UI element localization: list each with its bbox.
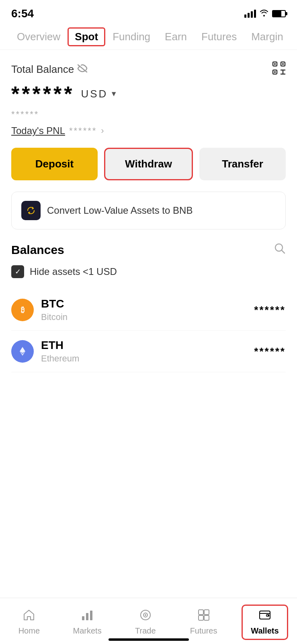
tab-overview[interactable]: Overview — [10, 27, 68, 46]
pnl-value: ****** — [69, 126, 97, 136]
svg-rect-25 — [199, 615, 203, 620]
convert-text: Convert Low-Value Assets to BNB — [47, 205, 193, 216]
tab-funding[interactable]: Funding — [105, 27, 158, 46]
svg-rect-24 — [204, 610, 209, 615]
svg-line-11 — [282, 250, 285, 253]
nav-wallets[interactable]: Wallets — [242, 605, 288, 640]
wifi-icon — [259, 9, 269, 19]
withdraw-button[interactable]: Withdraw — [104, 148, 193, 180]
svg-rect-3 — [274, 63, 276, 65]
hide-assets-checkbox[interactable]: ✓ — [11, 265, 24, 278]
balances-section: Balances ✓ Hide assets <1 USD — [11, 242, 286, 372]
bottom-navigation: Home Markets Trade — [0, 598, 297, 644]
balances-search-icon[interactable] — [274, 242, 286, 257]
trade-icon — [139, 609, 152, 624]
pnl-row: Today's PNL ****** › — [11, 125, 286, 136]
btc-info: BTC Bitcoin — [41, 297, 68, 322]
transfer-button[interactable]: Transfer — [199, 148, 286, 180]
btc-icon: ₿ — [11, 299, 34, 321]
nav-markets[interactable]: Markets — [67, 609, 107, 636]
status-icons — [244, 9, 286, 19]
svg-rect-9 — [25, 204, 37, 217]
signal-icon — [244, 10, 256, 18]
tab-spot[interactable]: Spot — [68, 27, 105, 46]
eth-name: Ethereum — [41, 353, 79, 364]
btc-balance: ****** — [254, 304, 286, 316]
eth-icon — [11, 340, 34, 363]
svg-rect-26 — [204, 615, 209, 620]
balance-amount: ****** USD ▼ — [11, 82, 286, 106]
asset-left-btc: ₿ BTC Bitcoin — [11, 297, 68, 322]
svg-rect-23 — [199, 610, 203, 615]
svg-rect-5 — [274, 71, 276, 73]
svg-rect-19 — [90, 611, 92, 620]
svg-rect-17 — [82, 616, 84, 620]
tab-futures[interactable]: Futures — [194, 27, 244, 46]
battery-icon — [272, 10, 286, 17]
balance-label-row: Total Balance — [11, 61, 286, 78]
balances-header: Balances — [11, 242, 286, 257]
hide-assets-label: Hide assets <1 USD — [30, 266, 117, 277]
balance-section: Total Balance — [11, 61, 286, 136]
home-indicator — [109, 638, 189, 641]
status-time: 6:54 — [11, 7, 34, 20]
nav-wallets-label: Wallets — [251, 626, 279, 636]
futures-icon — [198, 609, 210, 624]
nav-home-label: Home — [18, 626, 40, 636]
deposit-button[interactable]: Deposit — [11, 148, 98, 180]
checkmark-icon: ✓ — [15, 267, 21, 276]
nav-trade-label: Trade — [135, 626, 156, 636]
table-row[interactable]: ₿ BTC Bitcoin ****** — [11, 289, 286, 331]
svg-point-22 — [145, 614, 146, 616]
svg-rect-18 — [86, 613, 88, 620]
action-buttons: Deposit Withdraw Transfer — [11, 148, 286, 180]
main-content: Total Balance — [0, 50, 297, 372]
home-icon — [23, 609, 35, 624]
currency-selector[interactable]: USD ▼ — [81, 88, 119, 100]
balance-fiat: ****** — [11, 109, 286, 120]
nav-futures[interactable]: Futures — [184, 609, 224, 636]
tab-navigation: Overview Spot Funding Earn Futures Margi… — [0, 24, 297, 50]
chevron-down-icon: ▼ — [110, 90, 119, 98]
btc-symbol: BTC — [41, 297, 68, 310]
status-bar: 6:54 — [0, 0, 297, 24]
svg-rect-4 — [282, 63, 284, 65]
pnl-arrow-icon: › — [101, 126, 104, 136]
pnl-label[interactable]: Today's PNL — [11, 125, 65, 136]
convert-icon — [21, 201, 41, 220]
balance-label: Total Balance — [11, 63, 88, 76]
eth-symbol: ETH — [41, 339, 79, 352]
svg-text:₿: ₿ — [21, 306, 25, 314]
eth-info: ETH Ethereum — [41, 339, 79, 364]
balances-title: Balances — [11, 243, 64, 257]
tab-earn[interactable]: Earn — [158, 27, 194, 46]
nav-markets-label: Markets — [73, 626, 102, 636]
asset-list: ₿ BTC Bitcoin ****** — [11, 289, 286, 372]
markets-icon — [81, 609, 93, 624]
wallets-icon — [259, 609, 271, 624]
nav-futures-label: Futures — [190, 626, 217, 636]
svg-point-29 — [266, 615, 268, 616]
btc-name: Bitcoin — [41, 312, 68, 322]
tab-margin[interactable]: Margin — [244, 27, 290, 46]
hide-balance-icon[interactable] — [77, 64, 88, 75]
eth-balance: ****** — [254, 345, 286, 358]
convert-banner[interactable]: Convert Low-Value Assets to BNB — [11, 192, 286, 229]
asset-left-eth: ETH Ethereum — [11, 339, 79, 364]
scan-icon[interactable] — [272, 61, 286, 78]
hide-assets-row: ✓ Hide assets <1 USD — [11, 265, 286, 278]
table-row[interactable]: ETH Ethereum ****** — [11, 331, 286, 372]
nav-trade[interactable]: Trade — [125, 609, 166, 636]
nav-home[interactable]: Home — [9, 609, 49, 636]
